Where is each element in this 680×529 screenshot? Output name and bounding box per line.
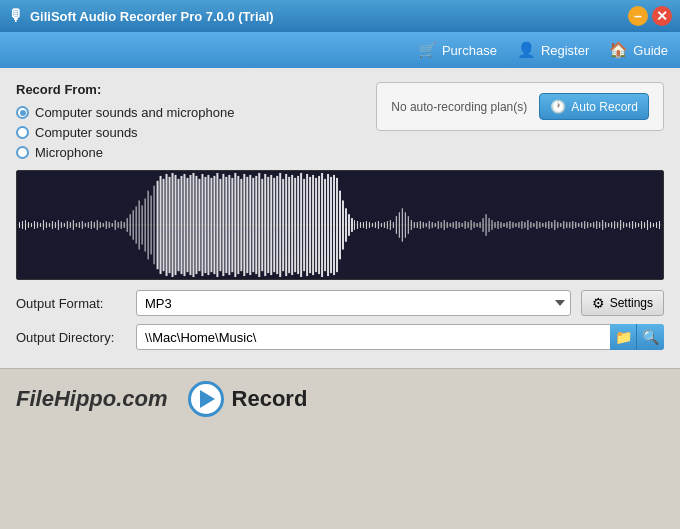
minimize-button[interactable]: – bbox=[628, 6, 648, 26]
svg-rect-209 bbox=[641, 221, 642, 229]
filehippo-logo: FileHippo.com bbox=[16, 386, 168, 412]
settings-label: Settings bbox=[610, 296, 653, 310]
svg-rect-163 bbox=[503, 223, 504, 227]
directory-input[interactable] bbox=[136, 324, 664, 350]
output-format-label: Output Format: bbox=[16, 296, 126, 311]
svg-rect-149 bbox=[462, 223, 463, 227]
svg-rect-11 bbox=[49, 223, 50, 227]
settings-button[interactable]: ⚙ Settings bbox=[581, 290, 664, 316]
svg-rect-128 bbox=[399, 212, 400, 238]
guide-icon: 🏠 bbox=[609, 41, 628, 59]
svg-rect-62 bbox=[201, 174, 203, 276]
purchase-icon: 🛒 bbox=[418, 41, 437, 59]
svg-rect-38 bbox=[130, 214, 131, 236]
svg-rect-98 bbox=[309, 177, 311, 273]
record-button[interactable]: Record bbox=[188, 381, 308, 417]
svg-rect-132 bbox=[411, 220, 412, 230]
menu-bar: 🛒 Purchase 👤 Register 🏠 Guide bbox=[0, 32, 680, 68]
svg-rect-194 bbox=[596, 221, 597, 229]
svg-rect-138 bbox=[429, 221, 430, 229]
svg-rect-161 bbox=[498, 221, 499, 229]
svg-rect-19 bbox=[73, 220, 74, 230]
svg-rect-119 bbox=[372, 223, 373, 227]
svg-rect-186 bbox=[572, 221, 573, 229]
menu-guide[interactable]: 🏠 Guide bbox=[609, 41, 668, 59]
menu-purchase[interactable]: 🛒 Purchase bbox=[418, 41, 497, 59]
close-button[interactable]: ✕ bbox=[652, 6, 672, 26]
svg-rect-185 bbox=[569, 222, 570, 228]
svg-rect-184 bbox=[566, 222, 567, 228]
register-icon: 👤 bbox=[517, 41, 536, 59]
svg-rect-212 bbox=[650, 222, 651, 228]
auto-record-panel: No auto-recording plan(s) 🕐 Auto Record bbox=[376, 82, 664, 131]
browse-folder-button[interactable]: 📁 bbox=[610, 324, 637, 350]
svg-rect-51 bbox=[169, 177, 171, 273]
radio-dot-both bbox=[16, 106, 29, 119]
svg-rect-69 bbox=[222, 174, 224, 276]
svg-rect-205 bbox=[629, 222, 630, 228]
record-from-section: Record From: Computer sounds and microph… bbox=[16, 82, 664, 160]
svg-rect-61 bbox=[198, 179, 200, 271]
svg-rect-90 bbox=[285, 174, 287, 276]
svg-rect-127 bbox=[396, 216, 397, 234]
svg-rect-171 bbox=[527, 220, 528, 230]
search-directory-button[interactable]: 🔍 bbox=[637, 324, 664, 350]
svg-rect-46 bbox=[154, 186, 155, 265]
svg-rect-95 bbox=[300, 173, 302, 277]
format-select-wrapper: MP3 bbox=[136, 290, 571, 316]
folder-icon: 📁 bbox=[615, 329, 632, 345]
svg-rect-103 bbox=[324, 179, 326, 271]
svg-rect-28 bbox=[100, 222, 101, 228]
svg-rect-37 bbox=[127, 218, 128, 232]
svg-rect-70 bbox=[225, 177, 227, 273]
svg-rect-115 bbox=[360, 222, 361, 228]
svg-rect-67 bbox=[216, 173, 218, 277]
play-triangle-icon bbox=[200, 390, 215, 408]
svg-rect-24 bbox=[88, 222, 89, 228]
clock-icon: 🕐 bbox=[550, 99, 566, 114]
svg-rect-47 bbox=[157, 181, 159, 269]
svg-rect-32 bbox=[112, 223, 113, 227]
radio-computer[interactable]: Computer sounds bbox=[16, 125, 234, 140]
radio-dot-computer bbox=[16, 126, 29, 139]
svg-rect-188 bbox=[578, 223, 579, 227]
auto-record-btn-label: Auto Record bbox=[571, 100, 638, 114]
svg-rect-180 bbox=[554, 220, 555, 230]
svg-rect-86 bbox=[273, 178, 275, 272]
svg-rect-96 bbox=[303, 179, 305, 271]
svg-rect-169 bbox=[521, 221, 522, 229]
svg-rect-126 bbox=[393, 222, 394, 228]
svg-rect-113 bbox=[354, 220, 355, 230]
svg-rect-29 bbox=[103, 223, 104, 227]
waveform-svg bbox=[17, 171, 663, 279]
radio-both[interactable]: Computer sounds and microphone bbox=[16, 105, 234, 120]
svg-rect-64 bbox=[207, 175, 209, 275]
svg-rect-214 bbox=[656, 222, 657, 228]
svg-rect-3 bbox=[25, 220, 26, 230]
svg-rect-166 bbox=[512, 222, 513, 228]
auto-record-button[interactable]: 🕐 Auto Record bbox=[539, 93, 649, 120]
svg-rect-45 bbox=[151, 196, 152, 255]
svg-rect-104 bbox=[327, 174, 329, 276]
svg-rect-199 bbox=[611, 222, 612, 228]
svg-rect-201 bbox=[617, 222, 618, 228]
svg-rect-25 bbox=[91, 221, 92, 229]
svg-rect-208 bbox=[638, 223, 639, 227]
svg-rect-83 bbox=[264, 174, 266, 276]
svg-rect-196 bbox=[602, 220, 603, 230]
format-select[interactable]: MP3 bbox=[136, 290, 571, 316]
menu-register[interactable]: 👤 Register bbox=[517, 41, 589, 59]
svg-rect-182 bbox=[560, 223, 561, 227]
svg-rect-97 bbox=[306, 174, 308, 276]
play-circle-icon bbox=[188, 381, 224, 417]
gear-icon: ⚙ bbox=[592, 295, 605, 311]
svg-rect-195 bbox=[599, 222, 600, 228]
register-label: Register bbox=[541, 43, 589, 58]
svg-rect-76 bbox=[243, 174, 245, 276]
svg-rect-59 bbox=[192, 173, 194, 277]
svg-rect-77 bbox=[246, 177, 248, 273]
output-directory-row: Output Directory: 📁 🔍 bbox=[16, 324, 664, 350]
svg-rect-72 bbox=[231, 178, 233, 272]
app-icon: 🎙 bbox=[8, 7, 24, 25]
radio-microphone[interactable]: Microphone bbox=[16, 145, 234, 160]
